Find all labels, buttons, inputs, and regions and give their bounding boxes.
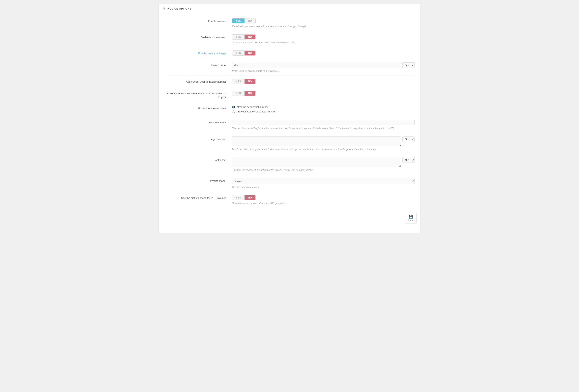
toggle-use-disk-cache: YES NO [232, 195, 256, 200]
content-add-current-year: YES NO [232, 79, 415, 84]
legal-free-text-input-group: en ▾ fr de es [232, 136, 415, 146]
toggle-enable-room-type-image: YES NO [232, 51, 256, 56]
save-icon: 💾 [409, 214, 413, 219]
toggle-reset-sequential: YES NO [232, 91, 256, 96]
toggle-yes-add-current-year[interactable]: YES [232, 79, 245, 84]
legal-free-text-input[interactable] [232, 136, 401, 146]
content-use-disk-cache: YES NO Saves memory but slows down the P… [232, 195, 415, 205]
help-tax-breakdown: Show a summary of tax rates when there a… [232, 41, 415, 44]
row-add-current-year: Add current year to invoice number YES N… [165, 76, 415, 87]
gear-icon: ⚙ [163, 7, 165, 10]
help-invoice-number: The next invoice will begin with this nu… [232, 127, 415, 130]
content-invoice-number: The next invoice will begin with this nu… [232, 120, 415, 130]
help-use-disk-cache: Saves memory but slows down the PDF gene… [232, 202, 415, 205]
radio-after-sequential[interactable]: After the sequential number [232, 105, 415, 108]
label-position-year-date: Position of the year date [165, 105, 232, 110]
save-button[interactable]: 💾 Save [405, 213, 416, 224]
label-add-current-year: Add current year to invoice number [165, 79, 232, 84]
content-enable-tax-breakdown: YES NO Show a summary of tax rates when … [232, 34, 415, 44]
form-section: Enable invoices YES NO If enabled, your … [159, 13, 421, 210]
toggle-no-reset-sequential[interactable]: NO [244, 91, 255, 95]
toggle-no-enable-invoices[interactable]: NO [244, 18, 255, 23]
label-use-disk-cache: Use the disk as cache for PDF invoices [165, 195, 232, 200]
help-invoice-prefix: Prefix used for invoice name (e.g. #IN00… [232, 70, 415, 72]
label-enable-room-type-image[interactable]: Enable room type image [165, 51, 232, 55]
invoice-number-input[interactable] [232, 120, 415, 125]
radio-group-year-date: After the sequential number Previous to … [232, 105, 415, 113]
toggle-add-current-year: YES NO [232, 79, 256, 84]
footer-text-input[interactable] [232, 157, 401, 167]
invoice-prefix-input-group: en ▾ fr de es [232, 62, 415, 68]
label-enable-invoices: Enable invoices [165, 18, 232, 23]
toggle-yes-reset-sequential[interactable]: YES [232, 91, 245, 95]
content-position-year-date: After the sequential number Previous to … [232, 105, 415, 113]
content-invoice-model: invoice receipt proforma Choose an invoi… [232, 178, 415, 189]
row-reset-sequential: Reset sequential invoice number at the b… [165, 87, 415, 102]
toggle-yes-room-type-image[interactable]: YES [232, 51, 245, 55]
footer-text-input-group: en ▾ fr de es [232, 157, 415, 167]
invoice-options-card: ⚙ INVOICE OPTIONS Enable invoices YES NO… [158, 4, 421, 233]
toggle-yes-tax-breakdown[interactable]: YES [232, 35, 245, 39]
card-header: ⚙ INVOICE OPTIONS [159, 4, 421, 13]
toggle-no-tax-breakdown[interactable]: NO [244, 35, 255, 39]
content-reset-sequential: YES NO [232, 91, 415, 96]
toggle-no-add-current-year[interactable]: NO [244, 79, 255, 84]
legal-free-text-lang[interactable]: en ▾ fr de es [402, 136, 415, 142]
invoice-model-select[interactable]: invoice receipt proforma [232, 178, 415, 184]
content-legal-free-text: en ▾ fr de es Use this field to display … [232, 136, 415, 151]
invoice-prefix-input[interactable] [232, 62, 401, 68]
row-use-disk-cache: Use the disk as cache for PDF invoices Y… [165, 192, 415, 208]
label-invoice-model: Invoice model [165, 178, 232, 183]
radio-previous-sequential[interactable]: Previous to the sequential number [232, 110, 415, 113]
row-invoice-number: Invoice number The next invoice will beg… [165, 116, 415, 133]
row-footer-text: Footer text en ▾ fr de es This text will… [165, 154, 415, 175]
toggle-enable-invoices: YES NO [232, 18, 256, 23]
row-enable-room-type-image: Enable room type image YES NO [165, 47, 415, 59]
toggle-yes-enable-invoices[interactable]: YES [232, 18, 245, 23]
row-position-year-date: Position of the year date After the sequ… [165, 102, 415, 116]
save-label: Save [408, 219, 413, 222]
radio-input-after[interactable] [232, 106, 235, 108]
help-footer-text: This text will appear at the bottom of t… [232, 169, 415, 171]
help-invoice-model: Choose an invoice model. [232, 186, 415, 189]
toggle-no-room-type-image[interactable]: NO [244, 51, 255, 55]
toggle-enable-tax-breakdown: YES NO [232, 34, 256, 40]
content-invoice-prefix: en ▾ fr de es Prefix used for invoice na… [232, 62, 415, 72]
toggle-no-use-disk-cache[interactable]: NO [244, 195, 255, 200]
card-title: INVOICE OPTIONS [167, 7, 191, 10]
row-enable-invoices: Enable invoices YES NO If enabled, your … [165, 15, 415, 31]
label-invoice-prefix: Invoice prefix [165, 62, 232, 67]
label-legal-free-text: Legal free text [165, 136, 232, 141]
content-enable-room-type-image: YES NO [232, 51, 415, 56]
radio-label-previous: Previous to the sequential number [237, 110, 276, 113]
label-invoice-number: Invoice number [165, 120, 232, 124]
row-invoice-model: Invoice model invoice receipt proforma C… [165, 175, 415, 192]
row-enable-tax-breakdown: Enable tax breakdown YES NO Show a summa… [165, 31, 415, 47]
row-invoice-prefix: Invoice prefix en ▾ fr de es Prefix used… [165, 59, 415, 76]
row-legal-free-text: Legal free text en ▾ fr de es Use this f… [165, 133, 415, 154]
label-reset-sequential: Reset sequential invoice number at the b… [165, 91, 232, 99]
content-enable-invoices: YES NO If enabled, your customers will r… [232, 18, 415, 28]
radio-input-previous[interactable] [232, 110, 235, 113]
label-enable-tax-breakdown: Enable tax breakdown [165, 34, 232, 39]
invoice-prefix-lang[interactable]: en ▾ fr de es [402, 62, 415, 68]
label-footer-text: Footer text [165, 157, 232, 162]
radio-label-after: After the sequential number [237, 105, 268, 108]
footer-bar: 💾 Save [159, 210, 421, 225]
content-footer-text: en ▾ fr de es This text will appear at t… [232, 157, 415, 171]
help-enable-invoices: If enabled, your customers will receive … [232, 25, 415, 28]
footer-text-lang[interactable]: en ▾ fr de es [402, 157, 415, 163]
toggle-yes-use-disk-cache[interactable]: YES [232, 195, 245, 200]
help-legal-free-text: Use this field to display additional tex… [232, 148, 415, 151]
